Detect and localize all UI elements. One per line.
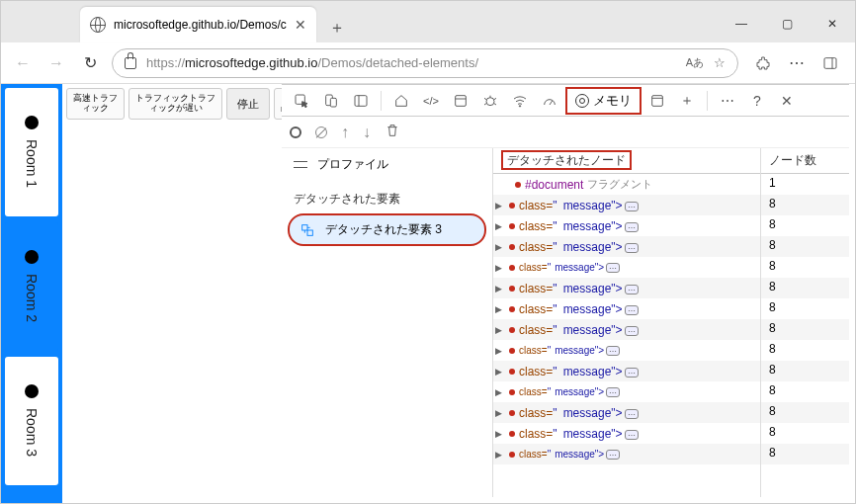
extensions-icon[interactable] (748, 48, 778, 78)
performance-icon[interactable] (536, 87, 563, 115)
profile-row[interactable]: プロファイル (282, 148, 492, 181)
node-row[interactable]: ▶ class="message">⋯ (493, 361, 760, 381)
count-cell: 8 (761, 257, 849, 278)
count-cell: 8 (761, 278, 849, 298)
memory-tab[interactable]: メモリ (565, 87, 642, 115)
svg-rect-12 (652, 95, 663, 106)
detached-table: デタッチされたノード #document フラグメント ▶ class="mes… (493, 148, 849, 497)
node-row[interactable]: ▶ class="message">⋯ (493, 444, 760, 464)
bug-icon[interactable] (476, 87, 504, 115)
node-row[interactable]: ▶ class="message">⋯ (493, 195, 760, 215)
count-cell: 8 (761, 381, 849, 402)
count-cell: 8 (761, 423, 849, 444)
room-tab-1[interactable]: Room 1 (5, 88, 58, 216)
window-controls: — ▢ ✕ (719, 5, 855, 42)
svg-rect-5 (355, 95, 367, 106)
favorite-icon[interactable]: ☆ (714, 55, 726, 70)
application-tab[interactable] (643, 87, 671, 115)
sidebar-icon[interactable] (815, 48, 845, 78)
node-row[interactable]: ▶ class="message">⋯ (493, 257, 760, 278)
node-row[interactable]: ▶ class="message">⋯ (493, 402, 760, 423)
detached-elements-item[interactable]: デタッチされた要素 3 (288, 213, 486, 246)
dot-icon (25, 250, 39, 264)
count-cell: 8 (761, 444, 849, 464)
browser-tab[interactable]: microsoftedge.github.io/Demos/c ✕ (80, 7, 316, 42)
device-icon[interactable] (317, 87, 345, 115)
titlebar: microsoftedge.github.io/Demos/c ✕ ＋ — ▢ … (1, 1, 855, 42)
dock-icon[interactable] (347, 87, 375, 115)
room-tab-3[interactable]: Room 3 (5, 357, 58, 485)
node-row[interactable]: ▶ class="message">⋯ (493, 319, 760, 340)
svg-rect-4 (330, 98, 336, 107)
memory-toolbar: ↑ ↓ (282, 117, 849, 148)
fast-traffic-button[interactable]: 高速トラフィック (66, 88, 125, 120)
devtools-tabbar: </> メモリ ＋ ⋯ ? ✕ (282, 85, 849, 117)
svg-rect-15 (307, 230, 312, 235)
room-label: Room 3 (24, 408, 40, 457)
close-window-button[interactable]: ✕ (810, 5, 855, 42)
node-row[interactable]: ▶ class="message">⋯ (493, 278, 760, 298)
new-tab-button[interactable]: ＋ (322, 13, 352, 42)
node-row[interactable]: ▶ class="message">⋯ (493, 423, 760, 444)
sources-tab[interactable] (447, 87, 474, 115)
count-cell: 1 (761, 174, 849, 195)
detached-header: デタッチされた要素 (282, 181, 492, 211)
more-icon[interactable]: ⋯ (714, 87, 741, 115)
node-row[interactable]: ▶ class="message">⋯ (493, 381, 760, 402)
refresh-button[interactable]: ↻ (78, 53, 102, 72)
node-row[interactable]: ▶ class="message">⋯ (493, 340, 760, 361)
count-cell: 8 (761, 340, 849, 361)
minimize-button[interactable]: — (719, 5, 764, 42)
slow-traffic-button[interactable]: トラフィックトラフィックが遅い (128, 88, 222, 120)
reader-icon[interactable]: Aあ (686, 55, 704, 70)
close-tab-icon[interactable]: ✕ (295, 17, 306, 33)
sliders-icon (294, 158, 307, 172)
col-header-count[interactable]: ノード数 (761, 148, 849, 174)
col-header-nodes[interactable]: デタッチされたノード (493, 148, 760, 174)
url-box[interactable]: https://microsoftedge.github.io/Demos/de… (112, 48, 738, 78)
help-icon[interactable]: ? (743, 87, 771, 115)
profiles-sidebar: プロファイル デタッチされた要素 デタッチされた要素 3 (282, 148, 493, 497)
back-button: ← (11, 54, 35, 72)
svg-rect-14 (302, 224, 307, 229)
detached-icon (300, 222, 315, 238)
node-row[interactable]: ▶ class="message">⋯ (493, 236, 760, 257)
count-cell: 8 (761, 236, 849, 257)
count-cell: 8 (761, 195, 849, 215)
close-devtools-button[interactable]: ✕ (773, 87, 801, 115)
room-label: Room 1 (24, 139, 40, 188)
forward-button: → (44, 54, 68, 72)
dot-icon (25, 116, 39, 129)
trash-icon[interactable] (385, 123, 400, 142)
svg-point-9 (486, 97, 494, 105)
network-icon[interactable] (506, 87, 534, 115)
room-tab-2[interactable]: Room 2 (5, 222, 58, 351)
node-row[interactable]: ▶ class="message">⋯ (493, 215, 760, 236)
elements-tab[interactable]: </> (417, 87, 445, 115)
clear-button[interactable] (315, 126, 327, 138)
inspect-icon[interactable] (288, 87, 315, 115)
svg-rect-0 (824, 57, 836, 68)
address-bar: ← → ↻ https://microsoftedge.github.io/De… (1, 42, 855, 84)
more-tabs-button[interactable]: ＋ (673, 87, 701, 115)
import-down-icon[interactable]: ↓ (363, 124, 371, 141)
doc-fragment-row[interactable]: #document フラグメント (493, 174, 760, 195)
node-row[interactable]: ▶ class="message">⋯ (493, 298, 760, 319)
stop-button[interactable]: 停止 (226, 88, 270, 120)
lock-icon (125, 57, 136, 69)
welcome-tab[interactable] (387, 87, 415, 115)
record-button[interactable] (290, 126, 301, 138)
url-text: https://microsoftedge.github.io/Demos/de… (146, 55, 478, 70)
room-list: Room 1Room 2Room 3 (1, 84, 62, 503)
count-cell: 8 (761, 215, 849, 236)
red-dot-icon (515, 182, 521, 188)
maximize-button[interactable]: ▢ (764, 5, 810, 42)
count-cell: 8 (761, 319, 849, 340)
devtools-panel: </> メモリ ＋ ⋯ ? ✕ ↑ ↓ プロファイル デタッチされた要素 (282, 84, 849, 497)
count-cell: 8 (761, 402, 849, 423)
export-up-icon[interactable]: ↑ (341, 124, 349, 141)
tab-title: microsoftedge.github.io/Demos/c (114, 18, 287, 32)
svg-rect-7 (456, 95, 467, 106)
svg-point-10 (519, 105, 520, 106)
menu-icon[interactable]: ⋯ (782, 48, 812, 78)
